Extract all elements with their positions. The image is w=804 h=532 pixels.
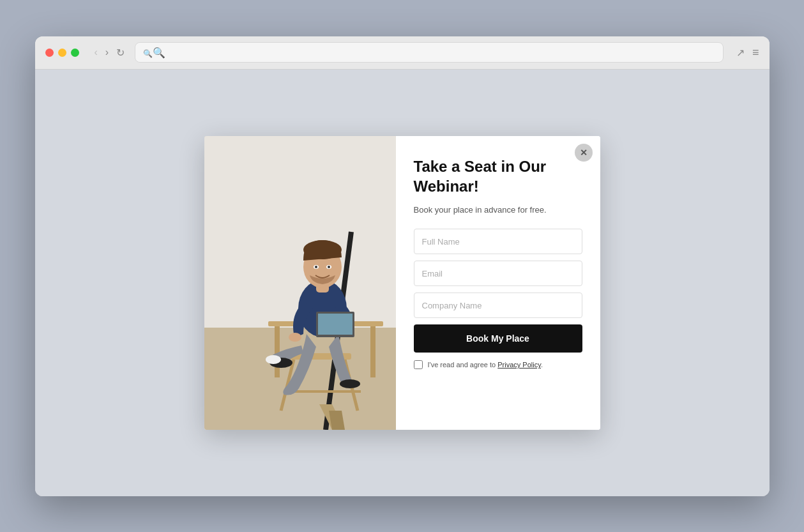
maximize-traffic-light[interactable]: [71, 49, 79, 57]
back-button[interactable]: ‹: [92, 44, 100, 61]
address-bar[interactable]: 🔍: [135, 42, 724, 63]
person-illustration: [204, 136, 396, 430]
browser-actions: ↗ ≡: [736, 46, 759, 59]
svg-point-15: [266, 355, 281, 364]
submit-button[interactable]: Book My Place: [414, 324, 582, 353]
browser-toolbar: ‹ › ↻ 🔍 ↗ ≡: [35, 36, 770, 70]
modal-title: Take a Seat in Our Webinar!: [414, 156, 582, 196]
forward-button[interactable]: ›: [103, 44, 111, 61]
modal-close-button[interactable]: ✕: [575, 144, 593, 162]
minimize-traffic-light[interactable]: [58, 49, 66, 57]
svg-rect-7: [275, 326, 280, 377]
search-icon: 🔍: [143, 47, 165, 59]
email-input[interactable]: [414, 261, 582, 286]
modal-form-panel: ✕ Take a Seat in Our Webinar! Book your …: [396, 136, 600, 430]
privacy-period: .: [541, 361, 543, 369]
nav-buttons: ‹ › ↻: [92, 44, 128, 61]
privacy-policy-link[interactable]: Privacy Policy: [497, 361, 541, 369]
browser-window: ‹ › ↻ 🔍 ↗ ≡: [35, 36, 770, 496]
close-traffic-light[interactable]: [45, 49, 54, 57]
svg-rect-8: [370, 326, 375, 377]
svg-point-17: [289, 333, 301, 342]
privacy-row: I've read and agree to Privacy Policy.: [414, 360, 582, 369]
close-icon: ✕: [580, 148, 588, 158]
full-name-input[interactable]: [414, 229, 582, 254]
traffic-lights: [45, 49, 79, 57]
svg-point-16: [340, 379, 360, 388]
svg-rect-20: [318, 314, 353, 335]
menu-icon[interactable]: ≡: [752, 46, 759, 59]
svg-point-27: [328, 266, 330, 268]
modal-overlay: ✕ Take a Seat in Our Webinar! Book your …: [35, 70, 770, 496]
privacy-text: I've read and agree to Privacy Policy.: [428, 361, 543, 369]
page-content: ✕ Take a Seat in Our Webinar! Book your …: [35, 70, 770, 496]
company-name-input[interactable]: [414, 293, 582, 318]
svg-point-26: [315, 266, 317, 268]
reload-button[interactable]: ↻: [114, 44, 127, 61]
modal-image-panel: [204, 136, 396, 430]
privacy-prefix: I've read and agree to: [428, 361, 498, 369]
modal-subtitle: Book your place in advance for free.: [414, 204, 582, 217]
expand-icon[interactable]: ↗: [736, 47, 745, 59]
modal-dialog: ✕ Take a Seat in Our Webinar! Book your …: [204, 136, 600, 430]
privacy-checkbox[interactable]: [414, 360, 423, 369]
